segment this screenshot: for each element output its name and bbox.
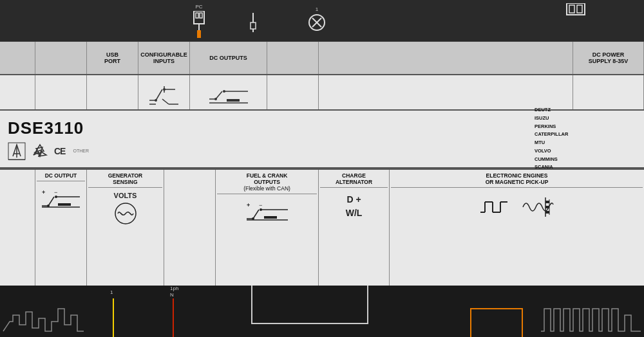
wire-label-1: 1 — [110, 289, 113, 295]
magnetic-pickup-symbol — [520, 194, 555, 217]
bottom-terminal-section: DC OUTPUT + − GENERATOR SENSING VOLTS — [0, 168, 644, 286]
svg-rect-61 — [545, 201, 549, 203]
svg-line-19 — [162, 99, 169, 104]
svg-rect-62 — [545, 206, 549, 208]
diagram-container: PC 1 — [0, 0, 644, 337]
device-icons: CE OTHER — [8, 142, 520, 160]
header-row: USB PORT CONFIGURABLE INPUTS DC OUTPUTS … — [0, 42, 644, 75]
other-label: OTHER — [73, 149, 89, 153]
dc-output-label: DC OUTPUT — [37, 172, 85, 181]
svg-rect-49 — [264, 216, 277, 219]
square-wave-symbol — [478, 194, 509, 217]
orange-wire-horizontal — [470, 308, 522, 309]
svg-rect-12 — [577, 5, 582, 13]
recycle-icon — [31, 142, 49, 160]
svg-point-24 — [214, 98, 217, 100]
dc-output-x-connector — [308, 14, 326, 32]
dc-output-pin-label: 1 — [316, 6, 318, 12]
symbol-cell-dc-outputs — [190, 75, 267, 109]
symbol-cell-empty1 — [0, 75, 35, 109]
svg-rect-2 — [200, 13, 202, 18]
volts-label: VOLTS — [114, 192, 137, 199]
brand-perkins: PERKINS — [535, 123, 638, 131]
dc-output-cell: DC OUTPUT + − — [35, 170, 87, 286]
dc-power-connector — [565, 3, 586, 29]
svg-line-23 — [216, 91, 222, 99]
fuel-crank-label: FUEL & CRANKOUTPUTS(Flexible with CAN) — [217, 172, 317, 194]
svg-text:+: + — [42, 189, 45, 196]
ce-mark: CE — [54, 146, 65, 156]
bottom-empty2-cell — [164, 170, 216, 286]
right-waveform — [541, 283, 644, 337]
fuel-crank-symbol: + − — [245, 198, 290, 223]
header-cell-usb: USB PORT — [87, 42, 138, 74]
svg-rect-63 — [545, 211, 549, 214]
configurable-input-symbol — [146, 80, 182, 105]
brand-volvo: VOLVO — [535, 147, 638, 156]
brand-isuzu: ISUZU — [535, 114, 638, 123]
symbol-row — [0, 75, 644, 111]
svg-rect-11 — [569, 5, 574, 13]
orange-wire-right — [522, 308, 523, 337]
electronic-engines-label: ELECTRONIC ENGINESOR MAGNETIC PICK-UP — [391, 172, 643, 188]
symbol-cell-dcpower — [573, 75, 644, 109]
symbol-cell-empty2 — [35, 75, 87, 109]
fuel-left-wire — [251, 286, 252, 324]
device-info-left: DSE3110 CE OTHER — [0, 111, 528, 167]
yellow-wire: 1 — [113, 298, 114, 337]
svg-line-14 — [156, 89, 162, 100]
dc-output-bottom-symbol: + − — [40, 185, 82, 210]
orange-wire-left — [470, 308, 471, 337]
bottom-empty-cell — [0, 170, 35, 286]
svg-rect-1 — [196, 13, 198, 18]
horizontal-wire — [251, 323, 367, 324]
pc-label: PC — [195, 4, 202, 10]
symbol-cell-empty3 — [267, 75, 319, 109]
electronic-engines-cell: ELECTRONIC ENGINESOR MAGNETIC PICK-UP — [390, 170, 644, 286]
usb-connector-icon — [190, 11, 208, 30]
ac-symbol — [114, 202, 137, 225]
red-wire: 1ph N — [173, 298, 174, 337]
fuel-right-wire — [367, 286, 368, 324]
symbol-cell-empty4 — [319, 75, 573, 109]
left-waveform-svg — [0, 283, 90, 334]
brand-deutz: DEUTZ — [535, 106, 638, 114]
charge-alternator-label: CHARGEALTERNATOR — [320, 172, 388, 188]
header-cell-dcpower: DC POWER SUPPLY 8-35V — [573, 42, 644, 74]
right-waveform-svg — [541, 283, 644, 334]
brands-list: DEUTZ ISUZU PERKINS CATERPILLAR MTU VOLV… — [528, 111, 644, 167]
svg-point-15 — [155, 99, 157, 102]
fuel-crank-cell: FUEL & CRANKOUTPUTS(Flexible with CAN) +… — [216, 170, 319, 286]
dc-output-top-symbol — [206, 80, 251, 105]
usb-orange-line — [197, 30, 201, 38]
header-cell-empty4 — [319, 42, 573, 74]
weee-icon — [8, 142, 26, 160]
svg-text:+: + — [247, 202, 250, 208]
svg-rect-5 — [251, 23, 256, 29]
symbol-cell-usb — [87, 75, 138, 109]
electronic-symbols-row — [478, 194, 555, 217]
header-cell-config: CONFIGURABLE INPUTS — [138, 42, 190, 74]
brand-cummins: CUMMINS — [535, 156, 638, 164]
brand-mtu: MTU — [535, 139, 638, 147]
svg-text:−: − — [259, 202, 262, 208]
wire-label-1ph: 1ph N — [170, 286, 178, 298]
header-cell-dc-outputs: DC OUTPUTS — [190, 42, 267, 74]
generator-sensing-cell: GENERATOR SENSING VOLTS — [87, 170, 164, 286]
svg-rect-39 — [58, 203, 71, 206]
configurable-input-connector — [250, 13, 256, 32]
charge-alternator-terminals: D +W/L — [346, 193, 363, 220]
left-waveform — [0, 283, 90, 337]
info-section: DSE3110 CE OTHER — [0, 111, 644, 168]
header-cell-empty1 — [0, 42, 35, 74]
svg-line-44 — [253, 210, 259, 219]
symbol-cell-config — [138, 75, 190, 109]
header-cell-empty2 — [35, 42, 87, 74]
device-model: DSE3110 — [8, 118, 520, 138]
svg-line-34 — [48, 197, 54, 206]
svg-text:−: − — [54, 189, 57, 196]
waveform-area: 1 1ph N — [0, 286, 644, 337]
top-connectors-row: PC 1 — [0, 0, 644, 42]
brand-caterpillar: CATERPILLAR — [535, 131, 638, 139]
header-cell-empty3 — [267, 42, 319, 74]
